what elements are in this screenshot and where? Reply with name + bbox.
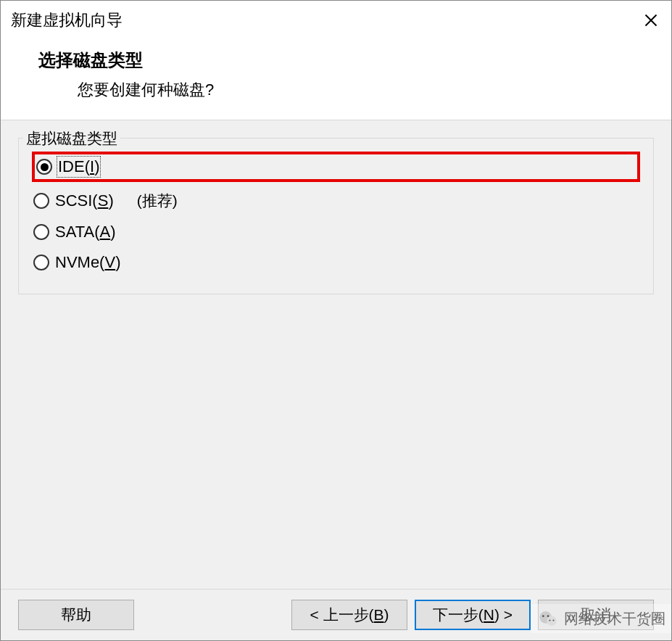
radio-label-ide: IDE(I) bbox=[58, 157, 99, 176]
recommended-hint: (推荐) bbox=[137, 191, 178, 211]
radio-label-nvme: NVMe(V) bbox=[55, 253, 120, 272]
radio-option-sata[interactable]: SATA(A) bbox=[32, 217, 640, 247]
help-button[interactable]: 帮助 bbox=[18, 600, 134, 630]
radio-option-nvme[interactable]: NVMe(V) bbox=[32, 247, 640, 278]
close-icon bbox=[644, 13, 658, 28]
wizard-window: 新建虚拟机向导 选择磁盘类型 您要创建何种磁盘? 虚拟磁盘类型 IDE(I) S… bbox=[0, 0, 672, 641]
radio-label-scsi: SCSI(S) bbox=[55, 191, 114, 210]
radio-icon bbox=[33, 255, 49, 270]
page-heading: 选择磁盘类型 bbox=[38, 49, 642, 72]
window-title: 新建虚拟机向导 bbox=[11, 9, 123, 31]
cancel-button[interactable]: 取消 bbox=[538, 600, 654, 630]
wizard-header: 选择磁盘类型 您要创建何种磁盘? bbox=[1, 36, 671, 120]
disk-type-group: 虚拟磁盘类型 IDE(I) SCSI(S) (推荐) SATA(A) NVMe(… bbox=[18, 138, 654, 294]
radio-option-ide[interactable]: IDE(I) bbox=[32, 152, 640, 182]
back-button[interactable]: < 上一步(B) bbox=[291, 600, 407, 630]
close-button[interactable] bbox=[641, 10, 661, 30]
radio-icon bbox=[33, 224, 49, 240]
next-button[interactable]: 下一步(N) > bbox=[415, 600, 531, 630]
radio-label-sata: SATA(A) bbox=[55, 223, 116, 241]
wizard-footer: 帮助 < 上一步(B) 下一步(N) > 取消 网络技术干货圈 bbox=[1, 589, 671, 640]
radio-option-scsi[interactable]: SCSI(S) (推荐) bbox=[32, 185, 640, 217]
radio-icon bbox=[33, 193, 49, 209]
radio-icon bbox=[36, 159, 52, 175]
titlebar: 新建虚拟机向导 bbox=[1, 1, 671, 36]
wizard-body: 虚拟磁盘类型 IDE(I) SCSI(S) (推荐) SATA(A) NVMe(… bbox=[1, 120, 671, 589]
page-subtext: 您要创建何种磁盘? bbox=[38, 79, 642, 101]
group-legend: 虚拟磁盘类型 bbox=[23, 128, 120, 149]
